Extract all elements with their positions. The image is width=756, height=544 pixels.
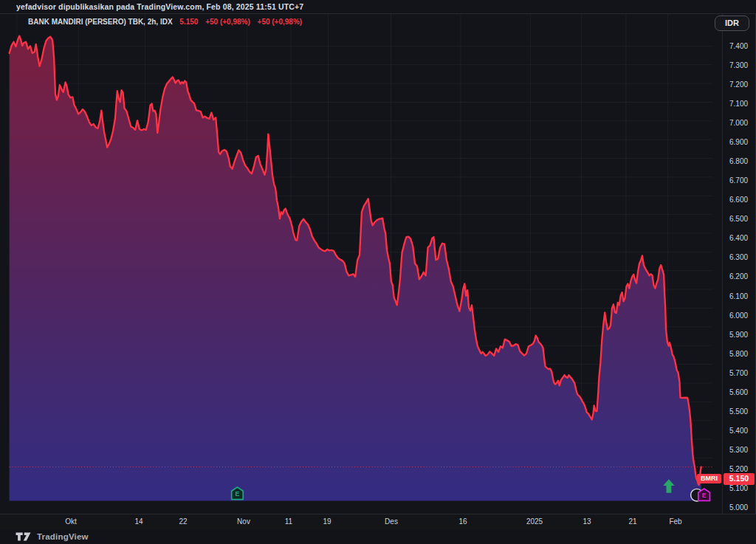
time-axis-label: Nov xyxy=(237,514,250,529)
time-axis-label: Feb xyxy=(669,514,681,529)
price-axis-label: 7.100 xyxy=(722,100,755,109)
time-axis-label: 19 xyxy=(323,514,331,529)
price-axis-label: 5.900 xyxy=(722,331,755,340)
price-axis-label: 5.800 xyxy=(722,350,755,359)
price-axis[interactable]: 5.0005.1005.2005.3005.4005.5005.6005.700… xyxy=(722,14,755,514)
price-axis-label: 6.100 xyxy=(722,292,755,301)
last-price-tag-row: BMRI 5.150 xyxy=(0,473,756,485)
price-axis-label: 5.300 xyxy=(722,446,755,455)
symbol-legend: BANK MANDIRI (PERSERO) TBK, 2h, IDX 5.15… xyxy=(28,18,302,26)
price-axis-label: 7.200 xyxy=(722,80,755,89)
ticker-tag: BMRI xyxy=(697,474,721,483)
price-axis-label: 6.700 xyxy=(722,176,755,185)
legend-change-2: +50 (+0,98%) xyxy=(258,18,303,26)
svg-text:E: E xyxy=(236,490,240,497)
time-axis-label: Des xyxy=(385,514,398,529)
price-axis-label: 5.000 xyxy=(722,503,755,512)
footer: TradingView xyxy=(0,528,756,544)
tradingview-logo-icon xyxy=(15,531,32,542)
time-axis-label: 14 xyxy=(134,514,142,529)
tradingview-brand-text[interactable]: TradingView xyxy=(37,532,89,541)
price-axis-label: 5.700 xyxy=(722,369,755,378)
legend-change-1: +50 (+0,98%) xyxy=(205,18,250,26)
price-axis-label: 6.600 xyxy=(722,196,755,204)
price-axis-label: 7.300 xyxy=(722,61,755,70)
legend-last-price: 5.150 xyxy=(179,18,198,26)
svg-text:E: E xyxy=(702,492,707,499)
attribution-text: yefadvisor dipublikasikan pada TradingVi… xyxy=(16,2,303,11)
price-axis-label: 6.900 xyxy=(722,138,755,147)
price-axis-label: 5.500 xyxy=(722,407,755,416)
price-axis-label: 6.500 xyxy=(722,215,755,224)
area-fill xyxy=(10,36,701,501)
time-axis-label: 11 xyxy=(285,514,292,529)
currency-toggle-button[interactable]: IDR xyxy=(715,16,749,31)
time-axis-label: 2025 xyxy=(526,514,543,529)
price-axis-label: 6.800 xyxy=(722,157,755,166)
price-axis-label: 6.200 xyxy=(722,272,755,281)
price-axis-label: 7.400 xyxy=(722,42,755,51)
price-axis-label: 6.300 xyxy=(722,253,755,262)
price-axis-label: 6.000 xyxy=(722,311,755,320)
time-axis-label: Okt xyxy=(65,514,77,529)
last-price-tag: 5.150 xyxy=(724,473,755,485)
time-axis-label: 13 xyxy=(583,514,591,529)
price-chart[interactable]: EE xyxy=(0,14,722,514)
time-axis-label: 16 xyxy=(458,514,467,529)
price-axis-label: 5.400 xyxy=(722,427,755,435)
chart-widget: EE BANK MANDIRI (PERSERO) TBK, 2h, IDX 5… xyxy=(0,13,756,528)
price-axis-label: 6.400 xyxy=(722,234,755,243)
price-axis-label: 5.100 xyxy=(722,484,755,493)
symbol-title[interactable]: BANK MANDIRI (PERSERO) TBK, 2h, IDX xyxy=(28,18,173,26)
time-axis[interactable]: Okt1422Nov1119Des1620251321Feb xyxy=(0,514,756,529)
time-axis-label: 21 xyxy=(628,514,636,529)
price-axis-label: 7.000 xyxy=(722,119,755,128)
time-axis-label: 22 xyxy=(179,514,187,529)
price-axis-label: 5.600 xyxy=(722,388,755,397)
